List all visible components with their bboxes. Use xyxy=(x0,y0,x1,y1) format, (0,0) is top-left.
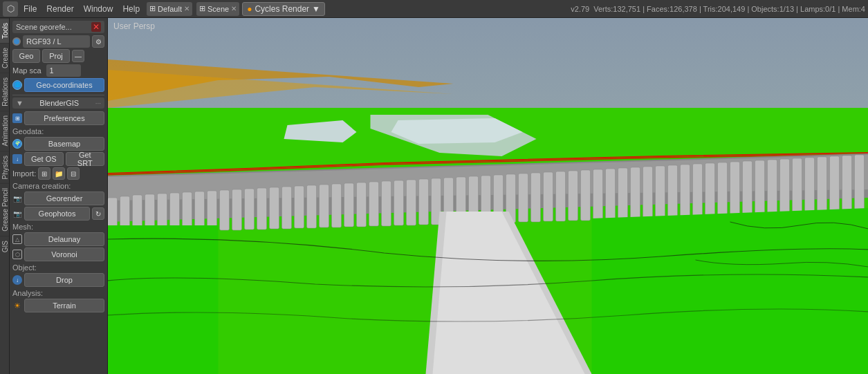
svg-rect-46 xyxy=(569,171,578,221)
svg-rect-49 xyxy=(606,169,616,220)
svg-rect-19 xyxy=(232,189,242,230)
preferences-row: ⊞ Preferences xyxy=(12,111,104,125)
svg-rect-29 xyxy=(357,183,367,227)
svg-rect-61 xyxy=(755,160,765,216)
menu-window[interactable]: Window xyxy=(80,3,118,15)
menu-render[interactable]: Render xyxy=(42,3,77,15)
voronoi-icon: ⬡ xyxy=(12,250,22,259)
vtab-grease-pencil[interactable]: Grease Pencil xyxy=(0,183,9,236)
svg-rect-16 xyxy=(195,191,205,231)
geo-coords-icon: 🌐 xyxy=(12,80,22,90)
menu-help[interactable]: Help xyxy=(118,3,144,15)
svg-rect-26 xyxy=(320,185,329,227)
geo-coords-btn[interactable]: Geo-coordinates xyxy=(24,78,104,92)
geo-btn[interactable]: Geo xyxy=(12,49,40,63)
terrain-icon: ☀ xyxy=(12,301,22,310)
scene-view[interactable] xyxy=(108,18,868,374)
crs-radio[interactable] xyxy=(12,37,21,46)
divider-1 xyxy=(12,95,104,95)
scene-georef-section: Scene georefe... ✕ RGF93 / L ⚙ Geo Proj … xyxy=(12,21,104,92)
get-os-srt-row: ↓ Get OS Get SRT xyxy=(12,152,104,166)
svg-rect-51 xyxy=(631,167,640,219)
voronoi-btn[interactable]: Voronoi xyxy=(24,247,104,261)
svg-rect-65 xyxy=(805,158,815,214)
drop-btn[interactable]: Drop xyxy=(24,273,104,287)
svg-rect-45 xyxy=(556,171,566,221)
geophotos-icon: 📷 xyxy=(12,209,22,218)
svg-rect-32 xyxy=(394,180,404,225)
vtab-create[interactable]: Create xyxy=(0,43,9,73)
proj-btn[interactable]: Proj xyxy=(42,49,70,63)
stats-text: Verts:132,751 | Faces:126,378 | Tris:204… xyxy=(593,5,865,13)
delaunay-btn[interactable]: Delaunay xyxy=(24,232,104,246)
svg-rect-67 xyxy=(830,156,840,214)
svg-rect-58 xyxy=(718,162,728,216)
geophotos-btn[interactable]: Geophotos xyxy=(24,207,90,221)
svg-rect-56 xyxy=(693,164,703,217)
import-icon-3[interactable]: ⊟ xyxy=(67,167,80,180)
get-srt-btn[interactable]: Get SRT xyxy=(66,152,105,166)
blender-logo-icon[interactable]: ⬡ xyxy=(3,1,18,17)
blendergis-label: BlenderGIS xyxy=(39,99,79,107)
georender-btn[interactable]: Georender xyxy=(24,191,104,205)
layout-widget[interactable]: ⊞ Default ✕ xyxy=(147,2,192,16)
preferences-icon: ⊞ xyxy=(12,113,22,123)
svg-marker-72 xyxy=(108,225,219,374)
vtab-animation[interactable]: Animation xyxy=(0,111,9,150)
render-engine-dropdown[interactable]: ● Cycles Render ▼ xyxy=(242,2,325,16)
svg-rect-66 xyxy=(818,157,827,214)
basemap-row: 🌍 Basemap xyxy=(12,137,104,151)
svg-rect-22 xyxy=(270,187,279,229)
menu-file[interactable]: File xyxy=(19,3,41,15)
svg-rect-48 xyxy=(593,169,603,220)
georef-close-icon[interactable]: ✕ xyxy=(91,22,101,32)
terrain-btn[interactable]: Terrain xyxy=(24,299,104,312)
get-os-icon: ↓ xyxy=(12,154,22,164)
crs-row: RGF93 / L ⚙ xyxy=(12,35,104,48)
scene-cross-icon: ✕ xyxy=(231,5,237,12)
svg-rect-62 xyxy=(768,160,777,215)
vtab-tools[interactable]: Tools xyxy=(0,18,9,43)
scene-widget[interactable]: ⊞ Scene ✕ xyxy=(196,2,239,16)
vtab-physics[interactable]: Physics xyxy=(0,151,9,183)
crs-settings-icon[interactable]: ⚙ xyxy=(92,35,104,48)
blendergis-dots: ··· xyxy=(95,100,101,107)
voronoi-row: ⬡ Voronoi xyxy=(12,247,104,261)
drop-row: ↓ Drop xyxy=(12,273,104,287)
geo-proj-row: Geo Proj — xyxy=(12,49,104,63)
svg-rect-63 xyxy=(780,159,790,215)
vtab-gis[interactable]: GIS xyxy=(0,236,9,256)
svg-rect-14 xyxy=(170,193,180,231)
map-scale-field[interactable]: 1 xyxy=(46,64,81,77)
geodata-label: Geodata: xyxy=(12,127,104,135)
svg-rect-18 xyxy=(220,190,230,230)
svg-rect-15 xyxy=(183,192,192,231)
blendergis-triangle: ▼ xyxy=(16,99,24,107)
svg-rect-25 xyxy=(307,185,317,228)
get-os-btn[interactable]: Get OS xyxy=(24,152,64,166)
engine-icon: ● xyxy=(247,4,252,14)
svg-rect-42 xyxy=(519,174,528,222)
blendergis-header[interactable]: ▼ BlenderGIS ··· xyxy=(12,97,104,109)
import-icon-1[interactable]: ⊞ xyxy=(38,167,50,180)
scene-georef-header[interactable]: Scene georefe... ✕ xyxy=(12,21,104,33)
geo-coords-row: 🌐 Geo-coordinates xyxy=(12,78,104,92)
geophotos-extra-icon[interactable]: ↻ xyxy=(92,207,104,220)
svg-rect-31 xyxy=(382,181,391,226)
import-icon-2[interactable]: 📁 xyxy=(53,167,65,180)
svg-rect-64 xyxy=(793,158,802,214)
basemap-btn[interactable]: Basemap xyxy=(24,137,104,151)
blendergis-section: ▼ BlenderGIS ··· ⊞ Preferences Geodata: … xyxy=(12,97,104,312)
scene-label: Scene xyxy=(207,5,229,13)
geo-minus-icon[interactable]: — xyxy=(72,50,84,62)
svg-rect-17 xyxy=(207,191,217,231)
viewport[interactable]: User Persp xyxy=(108,18,868,374)
import-row: Import: ⊞ 📁 ⊟ xyxy=(12,167,104,180)
vtab-relations[interactable]: Relations xyxy=(0,73,9,111)
layout-label: Default xyxy=(158,5,182,13)
crs-field[interactable]: RGF93 / L xyxy=(23,35,90,48)
svg-rect-59 xyxy=(730,162,740,216)
map-scale-row: Map sca 1 xyxy=(12,64,104,77)
preferences-btn[interactable]: Preferences xyxy=(24,111,104,125)
mesh-label: Mesh: xyxy=(12,223,104,231)
